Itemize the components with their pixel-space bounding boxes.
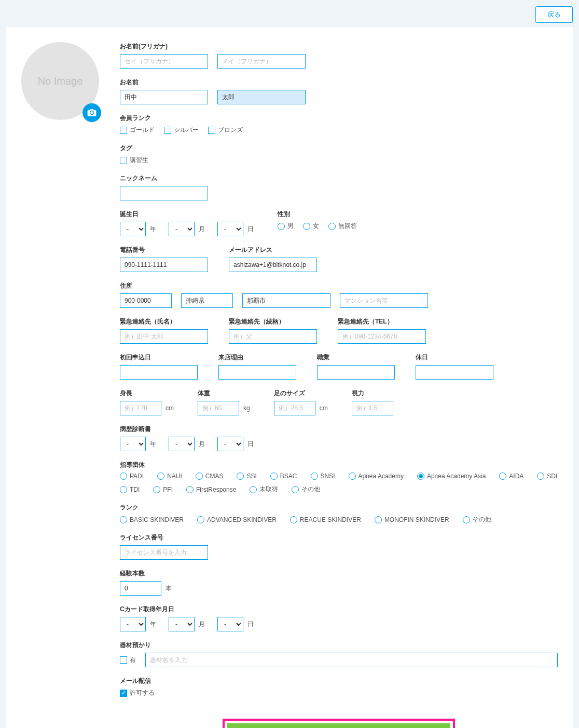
ccard-day-unit: 日 (247, 620, 254, 629)
group-ccard: Cカード取得年月日 -年 -月 -日 (120, 605, 558, 631)
org-radio-4[interactable]: BSAC (270, 473, 297, 480)
org-radio-13[interactable]: 未取得 (250, 485, 278, 494)
mail-allow-checkbox[interactable]: 許可する (120, 689, 155, 697)
gender-male-radio[interactable]: 男 (278, 222, 294, 231)
email-input[interactable] (229, 258, 317, 272)
level-radio-text: MONOFIN SKINDIVER (384, 516, 449, 523)
checkbox-icon (120, 127, 127, 134)
address-label: 住所 (120, 281, 558, 290)
radio-icon (120, 486, 127, 493)
address-bldg-input[interactable] (340, 293, 428, 308)
emerg-rel-input[interactable] (229, 329, 317, 344)
height-input[interactable] (120, 401, 161, 415)
group-equip: 器材預かり 有 (120, 641, 558, 667)
first-label: 初回申込日 (120, 353, 198, 362)
org-radio-text: AIDA (509, 473, 523, 480)
org-radio-0[interactable]: PADI (120, 473, 144, 480)
level-radio-4[interactable]: その他 (463, 515, 491, 524)
exp-label: 経験本数 (120, 569, 558, 578)
exp-unit: 本 (166, 584, 172, 593)
org-radio-8[interactable]: AIDA (499, 473, 523, 480)
address-pref-input[interactable] (181, 293, 233, 308)
rank-bronze-checkbox[interactable]: ブロンズ (208, 126, 243, 134)
radio-icon (328, 223, 336, 230)
org-radio-12[interactable]: FirstResponse (186, 485, 236, 494)
org-radio-9[interactable]: SDI (537, 473, 557, 480)
org-radio-7[interactable]: Apnea Academy Asia (417, 473, 486, 480)
group-nickname: ニックネーム (120, 174, 558, 200)
tag-trainee-checkbox[interactable]: 講習生 (120, 156, 148, 165)
level-radio-text: その他 (473, 515, 491, 524)
license-input[interactable] (120, 545, 208, 560)
equip-name-input[interactable] (145, 653, 558, 667)
rank-gold-checkbox[interactable]: ゴールド (120, 126, 155, 134)
reason-input[interactable] (218, 365, 296, 380)
group-furigana: お名前(フリガナ) (120, 42, 558, 69)
level-radio-3[interactable]: MONOFIN SKINDIVER (375, 515, 449, 524)
name-sei-input[interactable] (120, 90, 208, 104)
group-mail: メール配信 許可する (120, 677, 558, 697)
avatar-upload-button[interactable] (82, 103, 101, 122)
license-label: ライセンス番号 (120, 533, 558, 542)
group-rank: 会員ランク ゴールド シルバー ブロンズ (120, 114, 558, 134)
furigana-label: お名前(フリガナ) (120, 42, 558, 51)
ccard-year-unit: 年 (150, 620, 156, 629)
save-button[interactable]: 保存する (227, 723, 450, 728)
nickname-input[interactable] (120, 186, 208, 200)
name-mei-input[interactable] (217, 90, 306, 104)
org-radio-11[interactable]: PFI (153, 485, 173, 494)
org-radio-10[interactable]: TDI (120, 485, 140, 494)
equip-has-checkbox[interactable]: 有 (120, 656, 136, 665)
org-radio-text: FirstResponse (196, 486, 236, 493)
address-city-input[interactable] (242, 293, 330, 308)
ccard-day-select[interactable]: - (217, 617, 243, 631)
gender-female-radio[interactable]: 女 (303, 222, 319, 231)
level-radio-text: ADVANCED SKINDIVER (207, 516, 277, 523)
first-input[interactable] (120, 365, 198, 380)
exp-input[interactable] (120, 581, 161, 596)
medical-year-select[interactable]: - (120, 437, 146, 451)
rank-gold-text: ゴールド (130, 126, 155, 134)
birth-month-select[interactable]: - (169, 222, 195, 236)
emerg-name-label: 緊急連絡先（氏名） (120, 317, 208, 326)
medical-month-select[interactable]: - (169, 437, 195, 451)
medical-day-select[interactable]: - (217, 437, 243, 451)
level-radio-text: REACUE SKINDIVER (300, 516, 361, 523)
org-radio-5[interactable]: SNSI (311, 473, 335, 480)
ccard-year-select[interactable]: - (120, 617, 146, 631)
furigana-sei-input[interactable] (120, 54, 208, 69)
org-radio-6[interactable]: Apnea Academy (349, 473, 404, 480)
org-radio-text: TDI (130, 486, 140, 493)
furigana-mei-input[interactable] (217, 54, 306, 69)
group-birth-gender: 誕生日 -年 -月 -日 性別 男 女 無回答 (120, 210, 558, 236)
emerg-tel-input[interactable] (338, 329, 426, 344)
back-button[interactable]: 戻る (535, 6, 573, 23)
eye-input[interactable] (352, 401, 393, 415)
rank-label: 会員ランク (120, 114, 558, 123)
radio-icon (292, 486, 299, 493)
emerg-name-input[interactable] (120, 329, 208, 344)
address-zip-input[interactable] (120, 293, 172, 308)
level-radio-2[interactable]: REACUE SKINDIVER (290, 515, 361, 524)
org-radio-14[interactable]: その他 (292, 485, 320, 494)
form-column: お名前(フリガナ) お名前 会員ランク ゴールド シルバー (120, 42, 558, 728)
rank-silver-checkbox[interactable]: シルバー (164, 126, 199, 134)
weight-input[interactable] (198, 401, 239, 415)
org-radio-1[interactable]: NAUI (157, 473, 182, 480)
org-radio-2[interactable]: CMAS (196, 473, 224, 480)
phone-input[interactable] (120, 258, 208, 272)
birth-day-select[interactable]: - (217, 222, 243, 236)
checkbox-icon (120, 690, 127, 697)
foot-input[interactable] (274, 401, 315, 415)
birth-year-select[interactable]: - (120, 222, 146, 236)
job-input[interactable] (317, 365, 395, 380)
level-radio-0[interactable]: BASIC SKINDIVER (120, 515, 184, 524)
gender-label: 性別 (278, 210, 357, 219)
gender-na-radio[interactable]: 無回答 (328, 222, 357, 231)
group-exp: 経験本数 本 (120, 569, 558, 596)
group-medical: 病歴診断書 -年 -月 -日 (120, 425, 558, 451)
level-radio-1[interactable]: ADVANCED SKINDIVER (197, 515, 277, 524)
holiday-input[interactable] (416, 365, 493, 380)
ccard-month-select[interactable]: - (169, 617, 195, 631)
org-radio-3[interactable]: SSI (237, 473, 256, 480)
